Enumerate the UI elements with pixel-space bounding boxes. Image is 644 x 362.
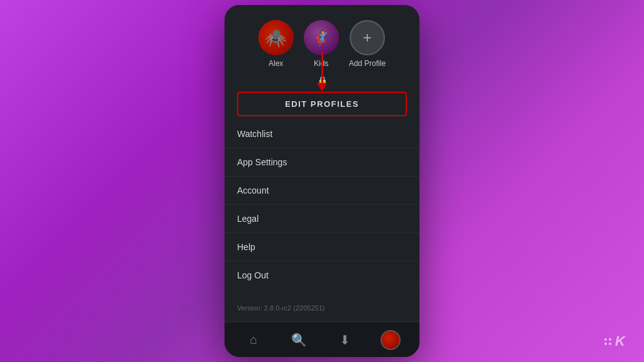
edit-profiles-button-wrapper: EDIT PROFILES: [225, 89, 419, 116]
menu-item-help[interactable]: Help: [225, 233, 419, 261]
menu-item-account[interactable]: Account: [225, 177, 419, 205]
watermark: K: [604, 333, 625, 349]
search-icon: 🔍: [291, 332, 307, 348]
menu-list: Watchlist App Settings Account Legal Hel…: [225, 120, 419, 298]
menu-item-watchlist[interactable]: Watchlist: [225, 120, 419, 148]
watermark-letter: K: [615, 333, 625, 349]
phone-container: 🕷️ Alex 🦸‍♀️ Kids + Add Profil: [225, 5, 419, 357]
menu-item-app-settings[interactable]: App Settings: [225, 148, 419, 177]
nav-item-home[interactable]: ⌂: [240, 326, 267, 354]
home-icon: ⌂: [250, 332, 257, 347]
dot4: [609, 343, 611, 345]
download-icon: ⬇: [340, 332, 350, 348]
avatar-alex: 🕷️: [258, 20, 294, 55]
dot1: [604, 338, 607, 341]
avatar-kids: 🦸‍♀️: [304, 20, 339, 55]
avatar-kids-image: 🦸‍♀️: [312, 29, 331, 47]
profile-name-add: Add Profile: [349, 59, 386, 68]
nav-item-download[interactable]: ⬇: [331, 326, 358, 354]
lock-icon: 🔒: [317, 75, 328, 85]
watermark-dots: [604, 338, 611, 345]
profile-item-alex[interactable]: 🕷️ Alex: [258, 20, 294, 68]
profile-item-kids[interactable]: 🦸‍♀️ Kids: [304, 20, 339, 68]
profile-name-kids: Kids: [314, 59, 328, 68]
version-text: Version: 2.8.0-rc2 (2205251): [225, 298, 419, 322]
profiles-section: 🕷️ Alex 🦸‍♀️ Kids + Add Profil: [225, 5, 419, 73]
menu-content: 🕷️ Alex 🦸‍♀️ Kids + Add Profil: [225, 5, 419, 357]
profile-name-alex: Alex: [269, 59, 283, 68]
bottom-nav: ⌂ 🔍 ⬇: [225, 322, 419, 357]
profile-item-add[interactable]: + Add Profile: [349, 20, 386, 68]
avatar-alex-image: 🕷️: [265, 28, 287, 48]
plus-icon: +: [363, 30, 372, 45]
menu-item-legal[interactable]: Legal: [225, 205, 419, 233]
edit-profiles-button[interactable]: EDIT PROFILES: [237, 92, 407, 116]
dot3: [604, 343, 607, 345]
avatar-add: +: [350, 20, 385, 55]
nav-item-profile[interactable]: [377, 326, 404, 354]
lock-section: 🔒: [225, 73, 419, 89]
nav-avatar: [380, 330, 401, 350]
dot2: [609, 338, 611, 341]
nav-item-search[interactable]: 🔍: [286, 326, 313, 354]
menu-item-logout[interactable]: Log Out: [225, 261, 419, 289]
